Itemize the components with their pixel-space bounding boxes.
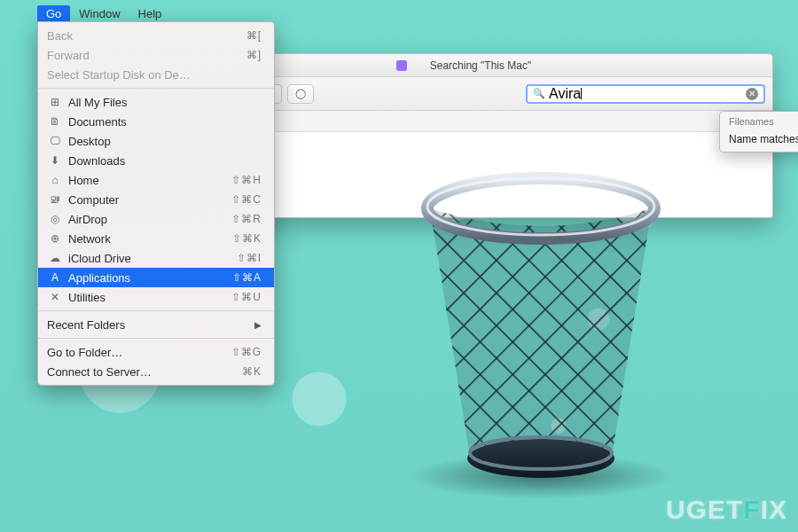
- menu-home[interactable]: ⌂Home⇧⌘H: [38, 170, 274, 190]
- clear-search-button[interactable]: ✕: [746, 88, 758, 100]
- menu-all-my-files[interactable]: ⊞All My Files: [38, 92, 274, 112]
- menubar-go[interactable]: Go: [37, 5, 70, 22]
- downloads-icon: ⬇: [47, 154, 63, 167]
- search-icon: 🔍: [533, 88, 545, 99]
- menu-startup-disk: Select Startup Disk on De…: [38, 65, 274, 84]
- suggestion-heading: Filenames: [720, 112, 798, 129]
- menu-forward: Forward⌘]: [38, 45, 274, 65]
- go-menu: Back⌘[ Forward⌘] Select Startup Disk on …: [37, 21, 275, 386]
- home-icon: ⌂: [47, 174, 63, 186]
- tag-icon: ◯: [295, 88, 306, 99]
- menu-go-to-folder[interactable]: Go to Folder…⇧⌘G: [38, 342, 274, 362]
- menu-downloads[interactable]: ⬇Downloads: [38, 151, 274, 170]
- menu-computer[interactable]: 🖳Computer⇧⌘C: [38, 190, 274, 209]
- network-icon: ⊕: [47, 232, 63, 245]
- computer-icon: 🖳: [47, 193, 63, 206]
- trash-icon: [381, 146, 700, 501]
- submenu-arrow-icon: ▶: [254, 320, 262, 330]
- menu-network[interactable]: ⊕Network⇧⌘K: [38, 229, 274, 248]
- menu-recent-folders[interactable]: Recent Folders▶: [38, 315, 274, 334]
- menubar-window[interactable]: Window: [70, 5, 129, 22]
- menu-applications[interactable]: AApplications⇧⌘A: [38, 268, 274, 287]
- finder-toolbar: … ✻▾ ⇪ ◯ 🔍 Avira ✕: [189, 77, 772, 111]
- menubar: Go Window Help: [37, 5, 170, 22]
- documents-icon: 🗎: [47, 115, 63, 128]
- all-my-files-icon: ⊞: [47, 96, 63, 108]
- menu-documents[interactable]: 🗎Documents: [38, 112, 274, 131]
- svg-point-7: [467, 439, 614, 478]
- menu-desktop[interactable]: 🖵Desktop: [38, 131, 274, 151]
- menu-back: Back⌘[: [38, 26, 274, 45]
- finder-title: Searching "This Mac": [430, 59, 532, 72]
- tags-button[interactable]: ◯: [287, 84, 314, 104]
- icloud-icon: ☁: [47, 252, 63, 264]
- menubar-help[interactable]: Help: [129, 5, 171, 22]
- search-suggestions: Filenames Name matches: Avira: [719, 111, 798, 153]
- finder-search-field[interactable]: 🔍 Avira ✕: [526, 84, 765, 104]
- menu-utilities[interactable]: ✕Utilities⇧⌘U: [38, 287, 274, 307]
- applications-icon: A: [47, 271, 63, 284]
- menu-airdrop[interactable]: ◎AirDrop⇧⌘R: [38, 209, 274, 229]
- airdrop-icon: ◎: [47, 213, 63, 225]
- menu-icloud-drive[interactable]: ☁iCloud Drive⇧⌘I: [38, 248, 274, 268]
- text-caret: [581, 88, 582, 99]
- menu-connect-to-server[interactable]: Connect to Server…⌘K: [38, 362, 274, 381]
- scope-bar: "Applications": [189, 111, 772, 132]
- finder-titlebar: Searching "This Mac": [189, 54, 772, 77]
- watermark: UGETFIX: [666, 495, 787, 525]
- suggestion-item[interactable]: Name matches: Avira: [720, 129, 798, 152]
- utilities-icon: ✕: [47, 291, 63, 303]
- desktop-icon: 🖵: [47, 135, 63, 147]
- search-value: Avira: [549, 86, 581, 102]
- search-scope-icon: [396, 60, 407, 71]
